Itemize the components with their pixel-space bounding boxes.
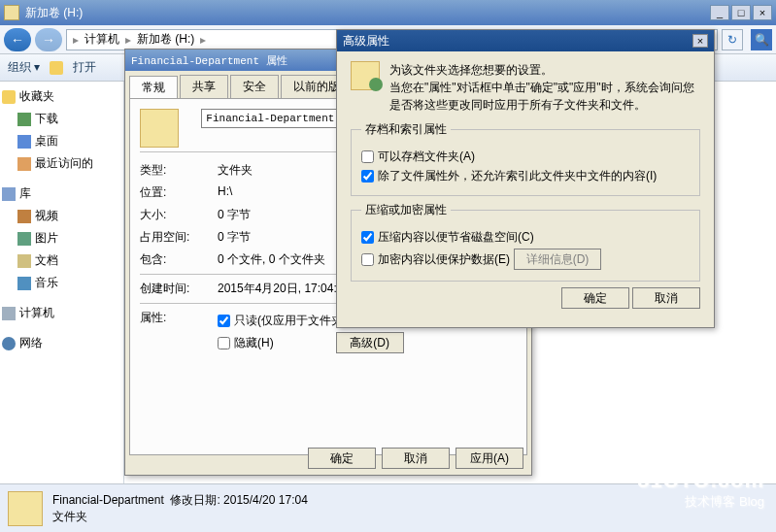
computer-icon	[2, 307, 16, 320]
breadcrumb[interactable]: 计算机	[84, 31, 119, 48]
sidebar-videos[interactable]: 视频	[0, 205, 123, 227]
advanced-button[interactable]: 高级(D)	[336, 332, 404, 353]
tab-general[interactable]: 常规	[129, 76, 178, 99]
tab-share[interactable]: 共享	[180, 75, 228, 98]
type-label: 类型:	[140, 162, 218, 179]
open-icon	[50, 61, 63, 75]
folder-icon	[8, 491, 43, 526]
status-type: 文件夹	[52, 509, 308, 525]
attributes-label: 属性:	[140, 310, 218, 356]
dialog-title[interactable]: 高级属性 ×	[337, 30, 714, 51]
sidebar-music[interactable]: 音乐	[0, 272, 123, 294]
network-icon	[2, 337, 16, 350]
back-button[interactable]: ←	[4, 28, 31, 51]
nav-sidebar: 收藏夹 下载 桌面 最近访问的 库 视频 图片 文档 音乐 计算机 网络	[0, 82, 124, 483]
ok-button[interactable]: 确定	[561, 287, 629, 309]
info-text-2: 当您在"属性"对话框中单击"确定"或"应用"时，系统会询问您是否将这些更改同时应…	[389, 79, 700, 114]
chevron-right-icon: ▸	[125, 33, 131, 47]
advanced-properties-dialog: 高级属性 × 为该文件夹选择您想要的设置。 当您在"属性"对话框中单击"确定"或…	[336, 29, 715, 328]
status-mod-label: 修改日期:	[170, 493, 219, 507]
index-checkbox[interactable]	[361, 170, 374, 183]
folder-icon	[4, 5, 19, 20]
close-button[interactable]: ×	[753, 5, 772, 20]
compress-label: 压缩内容以便节省磁盘空间(C)	[378, 229, 534, 246]
library-icon	[2, 187, 16, 201]
compress-encrypt-group: 压缩或加密属性 压缩内容以便节省磁盘空间(C) 加密内容以便保护数据(E) 详细…	[351, 202, 700, 282]
sidebar-documents[interactable]: 文档	[0, 249, 123, 272]
sidebar-favorites[interactable]: 收藏夹	[0, 85, 123, 108]
size-label: 大小:	[140, 207, 218, 223]
cancel-button[interactable]: 取消	[632, 287, 700, 309]
sidebar-downloads[interactable]: 下载	[0, 108, 123, 130]
desktop-icon	[17, 135, 31, 149]
maximize-button[interactable]: □	[731, 5, 751, 20]
music-icon	[17, 277, 31, 290]
forward-button[interactable]: →	[35, 28, 62, 51]
cancel-button[interactable]: 取消	[382, 448, 450, 469]
readonly-checkbox[interactable]	[218, 315, 230, 327]
window-title: 新加卷 (H:)	[25, 5, 83, 21]
archive-label: 可以存档文件夹(A)	[378, 149, 475, 165]
search-button[interactable]: 🔍	[751, 29, 772, 50]
folder-settings-icon	[351, 61, 380, 90]
sidebar-desktop[interactable]: 桌面	[0, 130, 123, 152]
contains-label: 包含:	[140, 251, 218, 268]
window-titlebar: 新加卷 (H:) _ □ ×	[0, 0, 776, 25]
refresh-button[interactable]: ↻	[722, 29, 743, 50]
sidebar-recent[interactable]: 最近访问的	[0, 152, 123, 175]
group-legend: 存档和索引属性	[361, 121, 451, 138]
readonly-label: 只读(仅应用于文件夹	[234, 313, 343, 329]
archive-checkbox[interactable]	[361, 150, 374, 163]
recent-icon	[17, 157, 31, 171]
created-label: 创建时间:	[140, 281, 218, 297]
apply-button[interactable]: 应用(A)	[455, 448, 523, 469]
status-bar: Financial-Department 修改日期: 2015/4/20 17:…	[0, 483, 776, 532]
index-label: 除了文件属性外，还允许索引此文件夹中文件的内容(I)	[378, 168, 657, 184]
chevron-right-icon: ▸	[200, 33, 206, 47]
ok-button[interactable]: 确定	[308, 448, 376, 469]
open-button[interactable]: 打开	[73, 59, 96, 76]
sidebar-network[interactable]: 网络	[0, 332, 123, 354]
video-icon	[17, 210, 31, 223]
organize-menu[interactable]: 组织 ▾	[8, 59, 40, 76]
tab-security[interactable]: 安全	[230, 75, 279, 98]
location-label: 位置:	[140, 184, 218, 201]
download-icon	[17, 113, 31, 126]
status-name: Financial-Department	[52, 493, 164, 507]
document-icon	[17, 254, 31, 268]
sidebar-libraries[interactable]: 库	[0, 183, 123, 205]
status-mod-value: 2015/4/20 17:04	[223, 493, 308, 507]
chevron-right-icon: ▸	[73, 33, 79, 47]
sidebar-pictures[interactable]: 图片	[0, 227, 123, 249]
archive-index-group: 存档和索引属性 可以存档文件夹(A) 除了文件属性外，还允许索引此文件夹中文件的…	[351, 121, 700, 196]
compress-checkbox[interactable]	[361, 231, 374, 244]
star-icon	[2, 90, 16, 104]
diskspace-label: 占用空间:	[140, 229, 218, 246]
breadcrumb[interactable]: 新加卷 (H:)	[137, 31, 194, 48]
folder-icon	[140, 109, 179, 148]
encrypt-label: 加密内容以便保护数据(E)	[378, 251, 510, 268]
minimize-button[interactable]: _	[710, 5, 729, 20]
sidebar-computer[interactable]: 计算机	[0, 302, 123, 324]
group-legend: 压缩或加密属性	[361, 202, 451, 218]
info-text-1: 为该文件夹选择您想要的设置。	[389, 61, 700, 79]
encrypt-checkbox[interactable]	[361, 253, 374, 266]
close-button[interactable]: ×	[692, 34, 708, 48]
hidden-label: 隐藏(H)	[234, 335, 274, 351]
hidden-checkbox[interactable]	[218, 337, 230, 349]
details-button: 详细信息(D)	[514, 249, 601, 270]
picture-icon	[17, 232, 31, 246]
